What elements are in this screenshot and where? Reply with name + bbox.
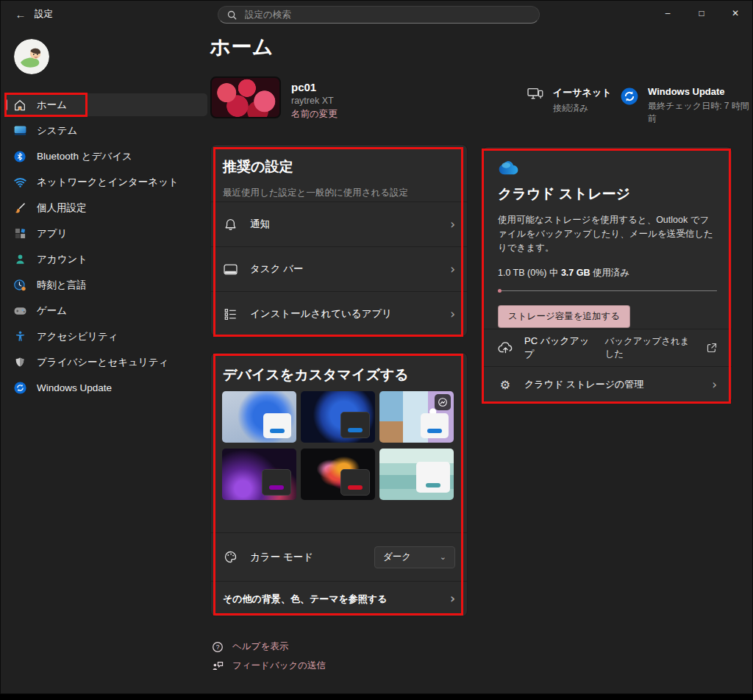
ethernet-icon: [527, 88, 543, 100]
search-icon: [227, 10, 237, 20]
theme-thumbnail-bloom-light[interactable]: [222, 391, 296, 443]
windows-update-status[interactable]: Windows Update 最終チェック日時: 7 時間前: [621, 86, 752, 125]
sidebar-item-home[interactable]: ホーム: [4, 93, 207, 116]
theme-preview-card: [262, 469, 291, 496]
close-button[interactable]: ✕: [718, 1, 752, 26]
sidebar-item-label: ゲーム: [37, 304, 67, 318]
apps-icon: [13, 227, 26, 240]
taskbar-row[interactable]: タスク バー ›: [211, 246, 467, 291]
svg-text:?: ?: [216, 643, 220, 651]
footer-links: ? ヘルプを表示 フィードバックの送信: [212, 640, 326, 672]
theme-thumbnail-bloom-dark[interactable]: [301, 391, 375, 443]
page-title: ホーム: [210, 33, 274, 61]
manage-cloud-storage-row[interactable]: ⚙ クラウド ストレージの管理 ›: [483, 366, 732, 404]
pc-backup-row[interactable]: PC バックアップ バックアップされました: [483, 329, 732, 366]
cloud-storage-title: クラウド ストレージ: [498, 185, 717, 204]
color-mode-label: カラー モード: [250, 551, 313, 564]
device-wallpaper-thumbnail: [210, 76, 281, 118]
chevron-right-icon: ›: [450, 263, 455, 276]
show-help-link[interactable]: ? ヘルプを表示: [212, 640, 326, 653]
theme-preview-card: [340, 412, 370, 438]
gamepad-icon: [13, 304, 26, 318]
theme-thumbnail-spotlight[interactable]: [379, 391, 454, 443]
color-mode-row: カラー モード ダーク ⌄: [211, 532, 467, 581]
app-title: 設定: [35, 8, 53, 21]
maximize-icon: □: [699, 8, 704, 18]
theme-preview-card: [416, 462, 450, 493]
chevron-right-icon: ›: [450, 308, 455, 321]
feedback-icon: [212, 660, 224, 672]
windows-update-icon: [13, 382, 26, 395]
clock-icon: [13, 279, 26, 292]
onedrive-cloud-icon: [498, 159, 522, 175]
sidebar-item-label: システム: [37, 124, 77, 138]
browse-themes-label: その他の背景、色、テーマを参照する: [223, 593, 387, 606]
sidebar-item-label: Windows Update: [37, 382, 112, 393]
color-mode-dropdown[interactable]: ダーク ⌄: [374, 546, 455, 568]
sidebar-item-windows-update[interactable]: Windows Update: [4, 376, 207, 399]
home-icon: [13, 99, 26, 112]
system-icon: [13, 124, 26, 138]
recommended-title: 推奨の設定: [223, 157, 455, 176]
sidebar-item-accessibility[interactable]: アクセシビリティ: [4, 325, 207, 348]
browse-themes-row[interactable]: その他の背景、色、テーマを参照する ›: [211, 581, 467, 616]
maximize-button[interactable]: □: [685, 1, 718, 26]
theme-thumbnail-flower-dark[interactable]: [301, 449, 375, 500]
minimize-button[interactable]: –: [651, 1, 685, 26]
bluetooth-icon: [13, 150, 26, 163]
taskbar-icon: [223, 264, 238, 275]
cloud-storage-description: 使用可能なストレージを使用すると、Outlook でファイルをバックアップしたり…: [498, 213, 717, 255]
search-input[interactable]: [243, 9, 530, 21]
sidebar-item-system[interactable]: システム: [4, 119, 207, 142]
ethernet-title: イーサネット: [553, 86, 612, 99]
ethernet-subtitle: 接続済み: [553, 102, 612, 115]
rename-device-link[interactable]: 名前の変更: [291, 110, 338, 119]
sidebar-item-bluetooth[interactable]: Bluetooth とデバイス: [4, 145, 207, 168]
sidebar-item-personalization[interactable]: 個人用設定: [4, 196, 207, 219]
installed-apps-label: インストールされているアプリ: [250, 307, 392, 321]
settings-search[interactable]: [218, 6, 540, 24]
color-mode-value: ダーク: [383, 551, 411, 563]
send-feedback-link[interactable]: フィードバックの送信: [212, 660, 326, 672]
sidebar-item-privacy[interactable]: プライバシーとセキュリティ: [4, 351, 207, 374]
recommended-settings-card: 推奨の設定 最近使用した設定と一般的に使用される設定 通知 › タスク バー ›…: [210, 144, 468, 337]
sidebar-item-gaming[interactable]: ゲーム: [4, 299, 207, 322]
windows-update-icon: [621, 88, 638, 105]
paintbrush-icon: [13, 201, 26, 215]
user-avatar[interactable]: [14, 39, 49, 74]
close-icon: ✕: [732, 8, 739, 18]
sidebar-item-label: アプリ: [37, 227, 67, 240]
settings-window: ← 設定 – □ ✕ ホーム: [0, 0, 753, 694]
sidebar-item-network[interactable]: ネットワークとインターネット: [4, 171, 207, 193]
bell-icon: [223, 218, 238, 231]
cloud-storage-card: クラウド ストレージ 使用可能なストレージを使用すると、Outlook でファイ…: [482, 146, 732, 404]
add-storage-button[interactable]: ストレージ容量を追加する: [498, 305, 630, 328]
sidebar-item-apps[interactable]: アプリ: [4, 222, 207, 245]
sidebar-nav: ホーム システム Bluetooth とデバイス ネットワークとインターネット …: [4, 93, 207, 402]
sidebar-item-time-language[interactable]: 時刻と言語: [4, 274, 207, 296]
external-link-icon: [707, 343, 717, 353]
theme-thumbnail-glow-purple[interactable]: [222, 449, 296, 500]
storage-progress-bar: [498, 289, 717, 293]
sidebar-item-label: 個人用設定: [37, 201, 87, 215]
person-icon: [13, 253, 26, 266]
show-help-label: ヘルプを表示: [232, 640, 288, 653]
notifications-label: 通知: [250, 218, 270, 231]
theme-grid: [222, 391, 454, 500]
storage-progress-dot: [498, 289, 502, 293]
notifications-row[interactable]: 通知 ›: [211, 201, 467, 246]
sidebar-item-label: ネットワークとインターネット: [37, 176, 179, 189]
recommended-subtitle: 最近使用した設定と一般的に使用される設定: [223, 187, 455, 199]
ethernet-status[interactable]: イーサネット 接続済み: [527, 86, 612, 115]
installed-apps-row[interactable]: インストールされているアプリ ›: [211, 291, 467, 336]
sidebar-item-accounts[interactable]: アカウント: [4, 248, 207, 271]
accessibility-person-icon: [13, 330, 26, 343]
chevron-down-icon: ⌄: [440, 552, 446, 562]
storage-usage-text: 1.0 TB (0%) 中 3.7 GB 使用済み: [498, 267, 717, 279]
manage-cloud-storage-label: クラウド ストレージの管理: [524, 378, 643, 391]
device-model: raytrek XT: [291, 96, 338, 106]
selected-indicator: [5, 99, 7, 110]
back-button[interactable]: ←: [10, 4, 32, 24]
chevron-right-icon: ›: [450, 218, 455, 231]
theme-thumbnail-lake[interactable]: [379, 449, 454, 500]
